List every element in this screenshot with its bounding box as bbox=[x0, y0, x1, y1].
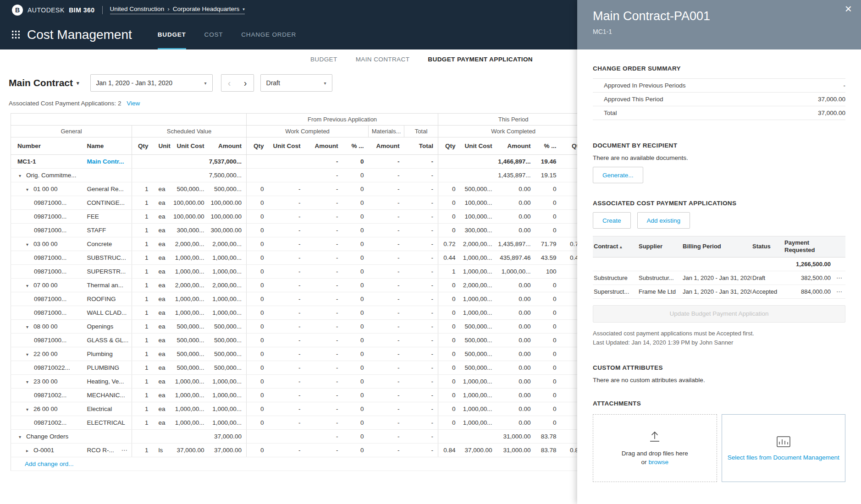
collapse-caret-icon[interactable]: ▾ bbox=[26, 324, 33, 329]
assoc-col-status[interactable]: Status bbox=[751, 236, 784, 257]
budget-cell: 0 bbox=[561, 196, 577, 210]
collapse-caret-icon[interactable]: ▾ bbox=[26, 187, 33, 192]
collapse-caret-icon[interactable]: ▾ bbox=[26, 242, 33, 247]
budget-row[interactable]: ▸O-0001RCO R-...⋯1ls37,000.0037,000.000-… bbox=[11, 444, 578, 457]
add-existing-button[interactable]: Add existing bbox=[637, 212, 690, 229]
tab-change-order[interactable]: CHANGE ORDER bbox=[241, 20, 296, 49]
budget-cell: 0 bbox=[247, 416, 269, 430]
summary-label: Total bbox=[593, 110, 617, 116]
budget-row[interactable]: 09871002...ELECTRICAL1ea1,000,00...1,000… bbox=[11, 416, 578, 430]
budget-row[interactable]: Add change ord... bbox=[11, 457, 578, 471]
budget-cell: 0 bbox=[535, 361, 561, 375]
budget-cell: - bbox=[269, 389, 305, 402]
document-management-icon bbox=[776, 435, 791, 449]
budget-cell: ea bbox=[153, 389, 173, 402]
budget-row[interactable]: 09871000...ROOFING1ea1,000,00...1,000,00… bbox=[11, 292, 578, 306]
assoc-row[interactable]: SubstructureSubstructur...Jan 1, 2020 - … bbox=[593, 271, 845, 285]
expand-caret-icon[interactable]: ▸ bbox=[26, 448, 33, 453]
breadcrumb-project[interactable]: United Construction bbox=[110, 5, 165, 12]
assoc-col-payment-requested[interactable]: Payment Requested bbox=[784, 236, 833, 257]
contract-selector[interactable]: Main Contract ▾ bbox=[9, 77, 79, 88]
budget-cell: 300,000... bbox=[460, 224, 497, 237]
add-change-order-link[interactable]: Add change ord... bbox=[11, 457, 578, 471]
apps-grid-icon[interactable] bbox=[12, 31, 20, 38]
add-change-order-label[interactable]: Add change ord... bbox=[25, 460, 74, 467]
budget-row[interactable]: 09871000...SUBSTRUC...1ea1,000,00...1,00… bbox=[11, 251, 578, 265]
budget-row[interactable]: ▾26 00 00Electrical1ea1,000,00...1,000,0… bbox=[11, 402, 578, 416]
assoc-row-menu-icon[interactable]: ⋯ bbox=[833, 285, 845, 298]
assoc-col-billing-period[interactable]: Billing Period bbox=[682, 236, 751, 257]
collapse-caret-icon[interactable]: ▾ bbox=[26, 283, 33, 288]
collapse-caret-icon[interactable]: ▾ bbox=[19, 434, 26, 439]
billing-period-select[interactable]: Jan 1, 2020 - Jan 31, 2020 ▾ bbox=[90, 74, 213, 92]
budget-cell: 0.4... bbox=[561, 251, 577, 265]
budget-row[interactable]: 09871000...GLASS & GL...1ea500,000...500… bbox=[11, 334, 578, 347]
budget-row[interactable]: 09871000...STAFF1ea300,000...300,000.000… bbox=[11, 224, 578, 237]
next-period-button[interactable]: › bbox=[237, 75, 254, 91]
budget-row[interactable]: 09871000...WALL CLAD...1ea1,000,00...1,0… bbox=[11, 306, 578, 320]
budget-row[interactable]: ▾22 00 00Plumbing1ea500,000...500,000...… bbox=[11, 347, 578, 361]
period-pager: ‹ › bbox=[221, 74, 254, 92]
row-number: 07 00 00 bbox=[33, 282, 58, 289]
collapse-caret-icon[interactable]: ▾ bbox=[26, 407, 33, 412]
budget-cell: 2,000,00... bbox=[209, 237, 247, 251]
assoc-row-menu-icon[interactable]: ⋯ bbox=[833, 271, 845, 285]
breadcrumb[interactable]: United Construction › Corporate Headquar… bbox=[110, 5, 245, 14]
main-contract-link[interactable]: Main Contr... bbox=[87, 158, 124, 165]
budget-row[interactable]: ▾Orig. Commitme...7,500,000...-0--1,435,… bbox=[11, 169, 578, 182]
close-icon[interactable]: × bbox=[845, 3, 852, 15]
view-link[interactable]: View bbox=[127, 100, 140, 107]
file-dropzone[interactable]: Drag and drop files here or browse bbox=[593, 414, 717, 482]
budget-cell: - bbox=[404, 320, 438, 334]
budget-cell: 0 bbox=[535, 224, 561, 237]
budget-row[interactable]: 09871000...SUPERSTR...1ea1,000,00...1,00… bbox=[11, 265, 578, 279]
row-menu-icon[interactable]: ⋯ bbox=[121, 444, 128, 457]
budget-row[interactable]: ▾08 00 00Openings1ea500,000...500,000...… bbox=[11, 320, 578, 334]
tab-budget[interactable]: BUDGET bbox=[158, 20, 186, 49]
row-name-cell: Heating, Ve... bbox=[83, 375, 132, 389]
row-name: ELECTRICAL bbox=[87, 419, 125, 426]
status-select[interactable]: Draft ▾ bbox=[260, 74, 332, 92]
budget-row[interactable]: MC1-1Main Contr...7,537,000...-0--1,466,… bbox=[11, 155, 578, 169]
budget-row[interactable]: 09871000...FEE1ea100,000.00100,000.000--… bbox=[11, 210, 578, 224]
subtab-budget[interactable]: BUDGET bbox=[310, 56, 337, 63]
bim360-logo-icon[interactable]: B bbox=[12, 5, 23, 16]
budget-row[interactable]: 098710022...PLUMBING1ea500,000...500,000… bbox=[11, 361, 578, 375]
budget-row[interactable]: ▾07 00 00Thermal an...1ea2,000,00...2,00… bbox=[11, 279, 578, 292]
budget-cell: - bbox=[305, 169, 343, 182]
tab-cost[interactable]: COST bbox=[204, 20, 223, 49]
budget-row[interactable]: 09871002...MECHANIC...1ea1,000,00...1,00… bbox=[11, 389, 578, 402]
budget-cell: 1 bbox=[132, 347, 153, 361]
collapse-caret-icon[interactable]: ▾ bbox=[26, 352, 33, 357]
budget-row[interactable]: ▾01 00 00General Re...1ea500,000...500,0… bbox=[11, 182, 578, 196]
budget-cell bbox=[132, 155, 153, 169]
previous-period-button[interactable]: ‹ bbox=[221, 75, 237, 91]
collapse-caret-icon[interactable]: ▾ bbox=[19, 173, 26, 178]
budget-cell: 0 bbox=[343, 196, 369, 210]
collapse-caret-icon[interactable]: ▾ bbox=[26, 379, 33, 384]
summary-row: Approved In Previous Periods - bbox=[593, 79, 845, 93]
assoc-col-supplier[interactable]: Supplier bbox=[638, 236, 682, 257]
budget-cell: 500,000... bbox=[460, 320, 497, 334]
assoc-billing-period[interactable]: Jan 1, 2020 - Jan 31, 2020 bbox=[682, 285, 751, 298]
create-button[interactable]: Create bbox=[593, 212, 631, 229]
budget-row[interactable]: 09871000...CONTINGE...1ea100,000.00100,0… bbox=[11, 196, 578, 210]
breadcrumb-location[interactable]: Corporate Headquarters bbox=[173, 5, 240, 12]
budget-row[interactable]: ▾03 00 00Concrete1ea2,000,00...2,000,00.… bbox=[11, 237, 578, 251]
doc-mgmt-link[interactable]: Select files from Document Management bbox=[728, 454, 839, 461]
budget-row[interactable]: ▾23 00 00Heating, Ve...1ea1,000,00...1,0… bbox=[11, 375, 578, 389]
subtab-main-contract[interactable]: MAIN CONTRACT bbox=[356, 56, 410, 63]
subtab-budget-payment-application[interactable]: BUDGET PAYMENT APPLICATION bbox=[428, 56, 533, 63]
assoc-col-contract[interactable]: Contract ▴ bbox=[593, 236, 638, 257]
budget-row[interactable]: ▾Change Orders37,000.00-0--31,000.0083.7… bbox=[11, 430, 578, 444]
generate-button[interactable]: Generate... bbox=[593, 167, 643, 183]
assoc-table-body: SubstructureSubstructur...Jan 1, 2020 - … bbox=[593, 271, 845, 298]
browse-link[interactable]: browse bbox=[648, 459, 668, 466]
document-management-box[interactable]: Select files from Document Management bbox=[722, 414, 846, 482]
budget-cell: 0 bbox=[247, 224, 269, 237]
budget-cell: 0.00 bbox=[497, 182, 535, 196]
assoc-row[interactable]: Superstruct...Frame Me LtdJan 1, 2020 - … bbox=[593, 285, 845, 298]
budget-cell: 100,000... bbox=[460, 196, 497, 210]
row-number: 09871000... bbox=[34, 337, 66, 344]
assoc-billing-period[interactable]: Jan 1, 2020 - Jan 31, 2020 bbox=[682, 271, 751, 285]
